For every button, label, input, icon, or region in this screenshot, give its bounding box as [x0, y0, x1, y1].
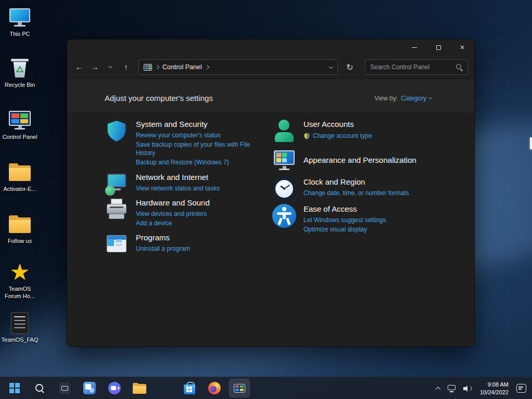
control-panel-icon — [234, 384, 245, 393]
navigation-bar: ← → ↑ Control Panel ↻ — [67, 55, 474, 79]
control-panel-breadcrumb-icon — [144, 64, 152, 71]
notification-icon — [516, 384, 526, 393]
desktop-icon-label: This PC — [1, 31, 39, 38]
chevron-up-icon — [435, 387, 440, 392]
minimize-icon — [412, 47, 417, 48]
firefox-icon — [208, 382, 221, 394]
desktop-icon-label: Follow us — [1, 238, 39, 245]
desktop-icon-label: Recycle Bin — [1, 82, 39, 89]
category-link[interactable]: Let Windows suggest settings — [303, 216, 441, 225]
ease-of-access-icon — [272, 204, 296, 228]
category-title[interactable]: User Accounts — [303, 119, 441, 129]
chevron-down-icon — [108, 64, 112, 68]
printer-icon — [105, 198, 129, 222]
desktop-icon-control-panel[interactable]: Control Panel — [1, 108, 39, 141]
category-link[interactable]: Add a device — [136, 219, 262, 228]
breadcrumb-control-panel[interactable]: Control Panel — [162, 63, 202, 71]
search-icon — [35, 383, 44, 393]
control-panel-window: × ← → ↑ Control Panel ↻ — [67, 39, 475, 347]
shield-icon — [105, 119, 129, 143]
taskbar-start-button[interactable] — [4, 379, 25, 397]
search-box[interactable] — [365, 59, 468, 75]
uac-shield-icon — [303, 133, 310, 139]
star-icon: ★ — [8, 260, 32, 284]
breadcrumb-separator-icon — [155, 65, 159, 69]
volume-tray-button[interactable] — [461, 380, 475, 397]
minimize-button[interactable] — [402, 40, 426, 55]
up-button[interactable]: ↑ — [118, 59, 134, 75]
desktop-icon-teamos-forum[interactable]: ★ TeamOS Forum Ho... — [1, 260, 39, 300]
network-tray-button[interactable] — [445, 380, 459, 397]
category-title[interactable]: Programs — [136, 233, 262, 242]
taskbar-control-panel-button[interactable] — [229, 379, 250, 397]
category-link[interactable]: View network status and tasks — [136, 184, 262, 193]
chat-icon — [108, 382, 121, 394]
this-pc-icon — [8, 5, 32, 29]
category-link[interactable]: Optimize visual display — [303, 225, 441, 234]
desktop-icon-follow-us[interactable]: Follow us — [1, 212, 39, 245]
close-button[interactable]: × — [450, 40, 474, 55]
category-title[interactable]: Appearance and Personalization — [303, 155, 441, 165]
taskbar-firefox-button[interactable] — [204, 379, 225, 397]
tray-overflow-button[interactable] — [434, 380, 442, 397]
desktop-icon-activator[interactable]: Activator-E... — [1, 160, 39, 193]
control-panel-content: Adjust your computer's settings View by:… — [67, 79, 474, 346]
category-link[interactable]: Review your computer's status — [136, 131, 262, 140]
file-explorer-icon — [133, 383, 146, 394]
windows-logo-icon — [9, 383, 20, 393]
category-link[interactable]: Change account type — [303, 132, 441, 140]
desktop: This PC Recycle Bin Control Panel Activa… — [0, 0, 532, 399]
user-icon — [272, 119, 296, 143]
desktop-icon-label: TeamOS Forum Ho... — [3, 286, 36, 300]
control-panel-icon — [8, 108, 32, 132]
recent-pages-chevron[interactable] — [103, 59, 118, 75]
category-title[interactable]: Network and Internet — [136, 172, 262, 182]
forward-button[interactable]: → — [87, 59, 103, 75]
taskbar-task-view-button[interactable] — [54, 379, 75, 397]
desktop-icon-recycle-bin[interactable]: Recycle Bin — [1, 56, 39, 89]
page-title: Adjust your computer's settings — [105, 94, 213, 102]
network-icon — [105, 172, 129, 196]
maximize-button[interactable] — [426, 40, 450, 55]
category-title[interactable]: System and Security — [136, 119, 262, 129]
category-link-label: Change account type — [313, 132, 372, 140]
recycle-bin-icon — [8, 56, 32, 80]
category-ease-of-access: Ease of Access Let Windows suggest setti… — [272, 204, 441, 234]
titlebar[interactable]: × — [67, 40, 474, 55]
category-link[interactable]: Save backup copies of your files with Fi… — [136, 140, 262, 158]
clock-date: 10/24/2022 — [480, 389, 509, 396]
desktop-icon-this-pc[interactable]: This PC — [1, 5, 39, 38]
category-link[interactable]: Uninstall a program — [136, 244, 262, 253]
desktop-icon-teamos-faq[interactable]: TeamOS_FAQ — [1, 311, 39, 344]
personalization-icon — [272, 149, 296, 173]
taskbar: 9:08 AM 10/24/2022 — [0, 377, 532, 399]
back-button[interactable]: ← — [71, 59, 87, 75]
category-appearance-and-personalization: Appearance and Personalization — [272, 149, 441, 173]
category-title[interactable]: Ease of Access — [303, 204, 441, 214]
taskbar-spacer — [154, 379, 175, 397]
category-programs: Programs Uninstall a program — [105, 233, 262, 256]
notification-center-button[interactable] — [514, 380, 529, 397]
category-title[interactable]: Clock and Region — [303, 177, 441, 187]
view-by-dropdown[interactable]: Category — [401, 95, 432, 102]
taskbar-store-button[interactable] — [179, 379, 200, 397]
refresh-button[interactable]: ↻ — [342, 59, 358, 75]
widgets-icon — [83, 382, 96, 394]
category-link[interactable]: View devices and printers — [136, 210, 262, 218]
document-icon — [8, 311, 32, 335]
taskbar-file-explorer-button[interactable] — [129, 379, 150, 397]
address-dropdown-chevron[interactable] — [329, 64, 333, 68]
desktop-icon-label: TeamOS_FAQ — [1, 337, 39, 344]
taskbar-widgets-button[interactable] — [79, 379, 100, 397]
category-title[interactable]: Hardware and Sound — [136, 198, 262, 208]
taskbar-clock[interactable]: 9:08 AM 10/24/2022 — [477, 380, 512, 397]
category-link[interactable]: Backup and Restore (Windows 7) — [136, 158, 262, 167]
category-system-and-security: System and Security Review your computer… — [105, 119, 262, 166]
taskbar-chat-button[interactable] — [104, 379, 125, 397]
folder-icon — [8, 212, 32, 236]
taskbar-search-button[interactable] — [29, 379, 50, 397]
address-bar[interactable]: Control Panel — [138, 59, 338, 75]
category-link[interactable]: Change date, time, or number formats — [303, 189, 441, 198]
category-hardware-and-sound: Hardware and Sound View devices and prin… — [105, 198, 262, 227]
search-input[interactable] — [370, 63, 455, 71]
